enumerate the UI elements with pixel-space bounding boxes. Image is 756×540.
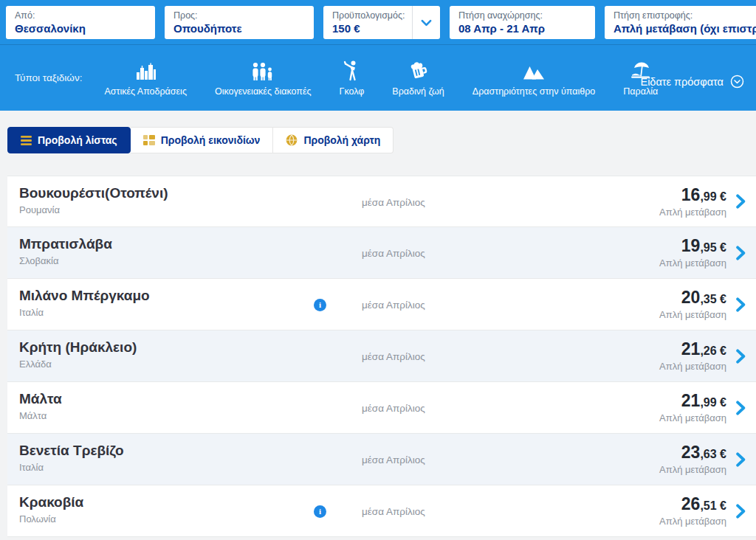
- trip-type-label: Αστικές Αποδράσεις: [104, 86, 187, 97]
- info-icon[interactable]: i: [314, 299, 326, 311]
- destination-info: Μιλάνο Μπέργκαμο Ιταλία: [19, 287, 150, 318]
- trip-type-label: Δραστηριότητες στην ύπαιθρο: [472, 86, 595, 97]
- destination-info: Βενετία Τρεβίζο Ιταλία: [19, 442, 124, 473]
- tab-label: Προβολή χάρτη: [303, 134, 380, 146]
- trip-type-golf[interactable]: Γκολφ: [340, 59, 365, 97]
- fare-type: Απλή μετάβαση: [659, 464, 726, 475]
- travel-period: μέσα Απρίλιος: [362, 351, 425, 362]
- travel-period: μέσα Απρίλιος: [362, 403, 425, 414]
- fare-type: Απλή μετάβαση: [659, 412, 726, 423]
- trip-type-label: Γκολφ: [340, 86, 365, 97]
- tab-icon-view[interactable]: Προβολή εικονιδίων: [131, 127, 274, 153]
- departure-dates-label: Πτήση αναχώρησης:: [458, 10, 586, 21]
- fare-type: Απλή μετάβαση: [659, 257, 726, 269]
- destination-row[interactable]: Μάλτα Μάλτα i μέσα Απρίλιος 21,99 € Απλή…: [7, 382, 756, 434]
- chevron-right-icon[interactable]: [736, 297, 746, 312]
- trip-type-nightlife[interactable]: Βραδινή ζωή: [392, 59, 444, 97]
- destination-country: Ιταλία: [19, 307, 150, 318]
- destination-city: Μιλάνο Μπέργκαμο: [19, 287, 150, 304]
- budget-dropdown-button[interactable]: [412, 6, 440, 39]
- travel-period: μέσα Απρίλιος: [362, 454, 425, 465]
- origin-label: Από:: [15, 10, 146, 21]
- destination-row[interactable]: Κρήτη (Ηράκλειο) Ελλάδα i μέσα Απρίλιος …: [7, 330, 756, 382]
- travel-period: μέσα Απρίλιος: [362, 248, 425, 259]
- destination-row[interactable]: Κρακοβία Πολωνία i μέσα Απρίλιος 26,51 €…: [7, 485, 756, 537]
- family-icon: [251, 59, 275, 81]
- golf-icon: [343, 59, 360, 81]
- chevron-right-icon[interactable]: [736, 349, 746, 364]
- chevron-right-icon[interactable]: [736, 194, 746, 209]
- destination-country: Ελλάδα: [19, 359, 137, 370]
- destination-country: Ρουμανία: [19, 204, 168, 215]
- destination-country: Πολωνία: [19, 513, 83, 525]
- trip-types-label: Τύποι ταξιδιών:: [15, 72, 82, 83]
- price-value: 26,51 €: [659, 495, 726, 515]
- destination-city: Βενετία Τρεβίζο: [19, 442, 124, 459]
- price-block: 20,35 € Απλή μετάβαση: [659, 288, 726, 320]
- destination-info: Κρήτη (Ηράκλειο) Ελλάδα: [19, 339, 137, 370]
- price-block: 21,26 € Απλή μετάβαση: [659, 340, 726, 372]
- origin-field[interactable]: Από: Θεσσαλονίκη: [6, 6, 155, 39]
- destination-row[interactable]: Μιλάνο Μπέργκαμο Ιταλία i μέσα Απρίλιος …: [7, 279, 756, 330]
- trip-type-outdoor-activities[interactable]: Δραστηριότητες στην ύπαιθρο: [472, 59, 595, 97]
- results-list: Βουκουρέστι(Οτοπένι) Ρουμανία i μέσα Απρ…: [7, 176, 756, 537]
- destination-country: Σλοβακία: [19, 255, 112, 266]
- destination-row[interactable]: Μπρατισλάβα Σλοβακία i μέσα Απρίλιος 19,…: [7, 227, 756, 279]
- price-value: 16,99 €: [659, 186, 726, 206]
- price-block: 26,51 € Απλή μετάβαση: [659, 495, 726, 527]
- destination-field[interactable]: Προς: Οπουδήποτε: [165, 6, 314, 39]
- price-value: 20,35 €: [659, 288, 726, 308]
- trip-type-family-holidays[interactable]: Οικογενειακές διακοπές: [215, 59, 312, 97]
- destination-city: Κρακοβία: [19, 494, 83, 510]
- grid-icon: [143, 135, 155, 145]
- recently-viewed-label: Είδατε πρόσφατα: [640, 76, 724, 88]
- price-value: 23,63 €: [659, 443, 726, 463]
- travel-period: μέσα Απρίλιος: [362, 300, 425, 311]
- fare-type: Απλή μετάβαση: [659, 516, 726, 527]
- city-icon: [135, 59, 156, 81]
- destination-country: Μάλτα: [19, 410, 62, 421]
- trip-types-list: Αστικές Αποδράσεις Οικογενειακές διακοπέ…: [104, 59, 640, 97]
- destination-info: Βουκουρέστι(Οτοπένι) Ρουμανία: [19, 184, 168, 215]
- recently-viewed-button[interactable]: Είδατε πρόσφατα: [640, 75, 744, 89]
- destination-row[interactable]: Βενετία Τρεβίζο Ιταλία i μέσα Απρίλιος 2…: [7, 434, 756, 485]
- destination-info: Μάλτα Μάλτα: [19, 390, 62, 421]
- trip-type-city-breaks[interactable]: Αστικές Αποδράσεις: [104, 59, 187, 97]
- mountains-icon: [523, 59, 545, 81]
- list-icon: [21, 136, 32, 145]
- budget-field[interactable]: Προϋπολογισμός: 150 €: [323, 6, 440, 39]
- destination-city: Μάλτα: [19, 390, 62, 407]
- destination-city: Μπρατισλάβα: [19, 235, 112, 252]
- price-value: 21,99 €: [659, 392, 726, 412]
- chevron-right-icon[interactable]: [736, 401, 746, 415]
- fare-type: Απλή μετάβαση: [659, 207, 726, 218]
- travel-period: μέσα Απρίλιος: [362, 506, 425, 517]
- beer-icon: [408, 59, 429, 81]
- chevron-right-icon[interactable]: [736, 452, 746, 467]
- search-bar: Από: Θεσσαλονίκη Προς: Οπουδήποτε Προϋπο…: [0, 0, 756, 44]
- tab-list-view[interactable]: Προβολή λίστας: [7, 127, 131, 153]
- destination-city: Βουκουρέστι(Οτοπένι): [19, 184, 168, 201]
- chevron-right-icon[interactable]: [736, 246, 746, 260]
- travel-period: μέσα Απρίλιος: [362, 197, 425, 208]
- price-block: 21,99 € Απλή μετάβαση: [659, 392, 726, 423]
- globe-icon: [286, 134, 298, 146]
- budget-label: Προϋπολογισμός:: [332, 10, 412, 21]
- price-value: 19,95 €: [659, 237, 726, 257]
- trip-types-band: Τύποι ταξιδιών: Αστικές Αποδράσεις Οικογ…: [0, 44, 756, 111]
- budget-value: 150 €: [332, 22, 412, 35]
- price-block: 19,95 € Απλή μετάβαση: [659, 237, 726, 269]
- info-icon[interactable]: i: [314, 505, 326, 518]
- departure-dates-field[interactable]: Πτήση αναχώρησης: 08 Απρ - 21 Απρ: [450, 6, 595, 39]
- departure-dates-value: 08 Απρ - 21 Απρ: [458, 22, 586, 35]
- return-flight-field[interactable]: Πτήση επιστροφής: Απλή μετάβαση (όχι επι…: [605, 6, 756, 39]
- chevron-right-icon[interactable]: [736, 504, 746, 519]
- destination-label: Προς:: [173, 10, 305, 21]
- destination-country: Ιταλία: [19, 462, 124, 473]
- tab-label: Προβολή εικονιδίων: [161, 134, 261, 146]
- trip-type-label: Βραδινή ζωή: [392, 86, 444, 97]
- destination-row[interactable]: Βουκουρέστι(Οτοπένι) Ρουμανία i μέσα Απρ…: [7, 176, 756, 227]
- tab-map-view[interactable]: Προβολή χάρτη: [273, 127, 394, 153]
- trip-type-label: Οικογενειακές διακοπές: [215, 86, 312, 97]
- fare-type: Απλή μετάβαση: [659, 361, 726, 372]
